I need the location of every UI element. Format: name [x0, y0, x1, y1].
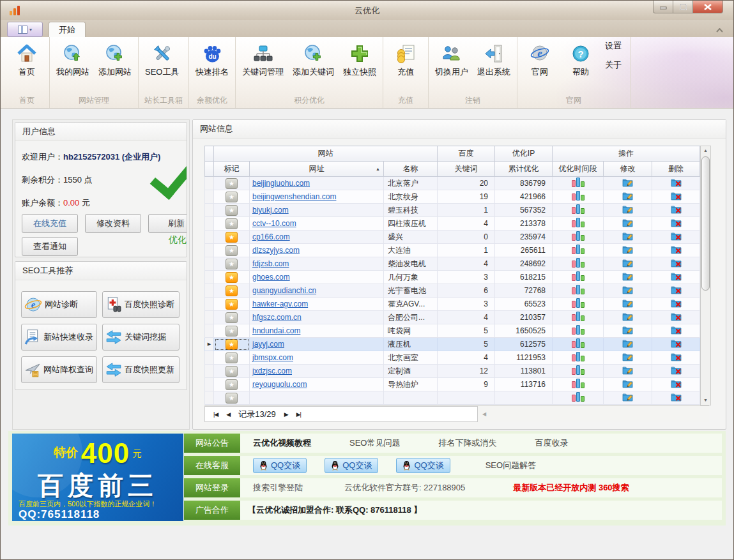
prev-page-button[interactable]: ◀ [226, 411, 230, 418]
footer-link-video[interactable]: 云优化视频教程 [253, 437, 311, 449]
edit-cell[interactable] [604, 217, 652, 231]
star-cell[interactable]: ★ [214, 177, 250, 190]
col-header-period[interactable]: 优化时间段 [553, 162, 604, 177]
period-cell[interactable] [553, 204, 604, 217]
edit-cell[interactable] [604, 284, 652, 298]
ribbon-button-about[interactable]: 关于 [605, 59, 622, 71]
delete-cell[interactable] [652, 190, 700, 204]
ribbon-button-seo-tools[interactable]: SEO工具 [141, 40, 183, 80]
edit-cell[interactable] [604, 298, 652, 311]
star-cell[interactable]: ★ [214, 257, 250, 271]
period-cell[interactable] [553, 391, 604, 405]
star-cell[interactable]: ★ [214, 284, 250, 298]
period-cell[interactable] [553, 244, 604, 257]
star-cell[interactable]: ★ [214, 311, 250, 324]
online-recharge-button[interactable]: 在线充值 [22, 214, 78, 233]
site-url-link[interactable]: jbmspx.com [252, 353, 293, 362]
star-cell[interactable]: ★ [214, 378, 250, 391]
edit-cell[interactable] [604, 231, 652, 244]
site-url-link[interactable]: hfgszc.com.cn [252, 313, 302, 322]
edit-cell[interactable] [604, 204, 652, 217]
star-cell[interactable]: ★ [214, 244, 250, 257]
ribbon-button-snapshot[interactable]: 独立快照 [339, 40, 381, 80]
last-page-button[interactable]: ▶| [296, 411, 301, 418]
ribbon-button-my-sites[interactable]: 我的网站 [52, 40, 94, 80]
edit-cell[interactable] [604, 365, 652, 378]
period-cell[interactable] [553, 271, 604, 284]
delete-cell[interactable] [652, 311, 700, 324]
tool-snapshot-update-button[interactable]: 百度快照更新 [102, 356, 180, 383]
col-header-name[interactable]: 名称 [384, 162, 438, 177]
ribbon-button-home[interactable]: 首页 [6, 40, 47, 80]
tool-site-diagnose-button[interactable]: e 网站诊断 [21, 291, 97, 318]
ribbon-button-official-site[interactable]: e 官网 [519, 40, 560, 80]
delete-cell[interactable] [652, 271, 700, 284]
delete-cell[interactable] [652, 244, 700, 257]
tool-fast-index-button[interactable]: 关键词挖掘 [102, 324, 180, 351]
ribbon-button-exit[interactable]: 退出系统 [473, 40, 515, 80]
edit-cell[interactable] [604, 324, 652, 338]
edit-cell[interactable] [604, 177, 652, 190]
star-cell[interactable]: ★ [214, 365, 250, 378]
scrollbar-thumb[interactable] [701, 156, 710, 291]
period-cell[interactable] [553, 378, 604, 391]
delete-cell[interactable] [652, 298, 700, 311]
col-header-url[interactable]: 网址▲ [250, 162, 384, 177]
footer-link-seo-answers[interactable]: SEO问题解答 [486, 460, 536, 471]
site-url-link[interactable]: hawker-agv.com [252, 299, 308, 308]
period-cell[interactable] [553, 217, 604, 231]
edit-profile-button[interactable]: 修改资料 [85, 214, 141, 233]
period-cell[interactable] [553, 351, 604, 365]
close-button[interactable] [692, 1, 723, 13]
ribbon-button-help[interactable]: ? 帮助 [560, 40, 601, 80]
star-cell[interactable]: ★ [214, 190, 250, 204]
ad-banner[interactable]: 特价 400 元 百度前三 百度前三页内，500以下指数的正规企业词！ QQ:7… [12, 434, 183, 521]
tool-downgrade-check-button[interactable]: 网站降权查询 [21, 356, 97, 383]
col-header-delete[interactable]: 删除 [652, 162, 700, 177]
star-cell[interactable]: ★ [214, 204, 250, 217]
star-cell[interactable]: ★ [214, 338, 250, 351]
qq-chat-button[interactable]: QQ交谈 [396, 458, 450, 473]
star-cell[interactable]: ★ [214, 231, 250, 244]
delete-cell[interactable] [652, 217, 700, 231]
footer-link-baidu-index[interactable]: 百度收录 [535, 437, 568, 449]
delete-cell[interactable] [652, 257, 700, 271]
next-page-button[interactable]: ▶ [284, 411, 288, 418]
edit-cell[interactable] [604, 391, 652, 405]
site-url-link[interactable]: ghoes.com [252, 273, 290, 282]
delete-cell[interactable] [652, 284, 700, 298]
ribbon-button-switch-user[interactable]: 切换用户 [431, 40, 473, 80]
ribbon-collapse-button[interactable] [714, 26, 724, 34]
edit-cell[interactable] [604, 378, 652, 391]
site-url-link[interactable]: beijingluohu.com [252, 179, 310, 188]
star-cell[interactable]: ★ [214, 324, 250, 338]
delete-cell[interactable] [652, 231, 700, 244]
col-header-edit[interactable]: 修改 [604, 162, 652, 177]
period-cell[interactable] [553, 324, 604, 338]
qq-chat-button[interactable]: QQ交谈 [253, 458, 307, 473]
site-url-link[interactable]: beijingwenshendian.com [252, 192, 336, 201]
view-notice-button[interactable]: 查看通知 [22, 237, 78, 256]
delete-cell[interactable] [652, 365, 700, 378]
site-url-link[interactable]: fdjzsb.com [252, 259, 289, 268]
col-header-keywords[interactable]: 关键词 [438, 162, 495, 177]
site-url-link[interactable]: hndundai.com [252, 326, 300, 335]
edit-cell[interactable] [604, 257, 652, 271]
period-cell[interactable] [553, 257, 604, 271]
site-url-link[interactable]: cp166.com [252, 232, 290, 241]
edit-cell[interactable] [604, 338, 652, 351]
tool-snapshot-diagnose-button[interactable]: 百度快照诊断 [102, 291, 180, 318]
scroll-down-icon[interactable]: ▼ [703, 396, 708, 405]
edit-cell[interactable] [604, 311, 652, 324]
site-url-link[interactable]: dlzszyjys.com [252, 246, 300, 255]
period-cell[interactable] [553, 231, 604, 244]
period-cell[interactable] [553, 298, 604, 311]
period-cell[interactable] [553, 365, 604, 378]
delete-cell[interactable] [652, 324, 700, 338]
ribbon-button-fast-rank[interactable]: du 快速排名 [191, 40, 233, 80]
period-cell[interactable] [553, 190, 604, 204]
edit-cell[interactable] [604, 351, 652, 365]
tool-keyword-dig-button[interactable]: 新站快速收录 [21, 324, 97, 351]
site-url-link[interactable]: biyukj.com [252, 206, 289, 215]
period-cell[interactable] [553, 284, 604, 298]
